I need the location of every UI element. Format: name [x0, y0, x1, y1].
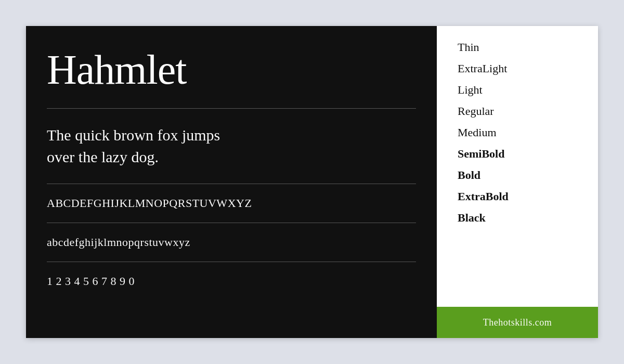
divider-1: [47, 108, 416, 109]
weight-extralight: ExtraLight: [458, 58, 582, 79]
numbers-row: 1 2 3 4 5 6 7 8 9 0: [47, 267, 416, 295]
weight-thin: Thin: [458, 36, 582, 58]
footer-text: Thehotskills.com: [483, 317, 552, 328]
weight-light: Light: [458, 79, 582, 100]
pangram-text: The quick brown fox jumpsover the lazy d…: [47, 124, 416, 168]
weight-semibold: SemiBold: [458, 143, 582, 164]
font-title: Hahmlet: [47, 47, 416, 93]
divider-4: [47, 262, 416, 262]
divider-3: [47, 223, 416, 223]
weight-regular: Regular: [458, 100, 582, 122]
weight-black: Black: [458, 207, 582, 228]
left-panel: Hahmlet The quick brown fox jumpsover th…: [26, 26, 437, 338]
lowercase-row: abcdefghijklmnopqrstuvwxyz: [47, 228, 416, 256]
weights-list: Thin ExtraLight Light Regular Medium Sem…: [437, 26, 598, 307]
right-panel: Thin ExtraLight Light Regular Medium Sem…: [437, 26, 598, 338]
weight-bold: Bold: [458, 164, 582, 186]
font-showcase-card: Hahmlet The quick brown fox jumpsover th…: [26, 26, 598, 338]
weight-medium: Medium: [458, 122, 582, 143]
weight-extrabold: ExtraBold: [458, 186, 582, 207]
footer-bar: Thehotskills.com: [437, 307, 598, 338]
uppercase-row: ABCDEFGHIJKLMNOPQRSTUVWXYZ: [47, 189, 416, 217]
divider-2: [47, 184, 416, 184]
